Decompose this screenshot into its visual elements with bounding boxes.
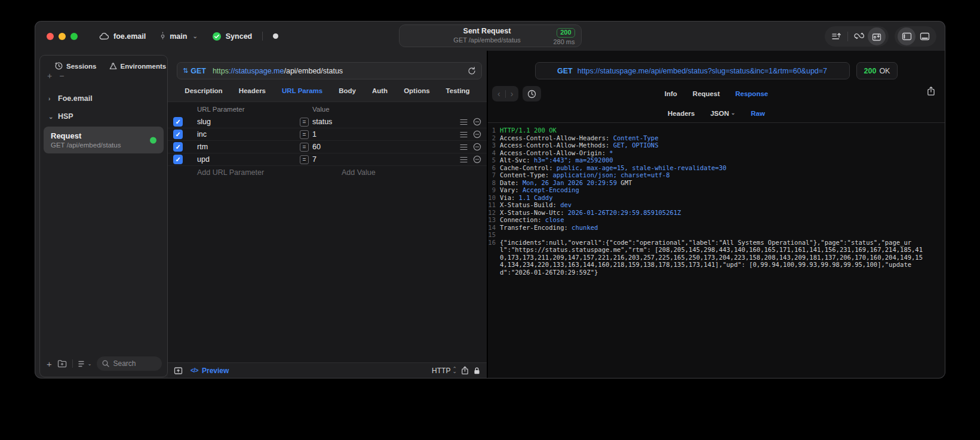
param-name[interactable]: upd <box>197 155 300 164</box>
line-number: 15 <box>488 231 500 239</box>
tab-info[interactable]: Info <box>665 90 677 97</box>
tab-headers[interactable]: Headers <box>668 110 695 117</box>
response-line: 13Connection: close <box>488 216 945 224</box>
tab-url-params[interactable]: URL Params <box>282 87 322 94</box>
list-up-icon[interactable] <box>828 27 846 45</box>
param-checkbox[interactable]: ✓ <box>173 155 183 164</box>
new-folder-icon[interactable] <box>57 359 67 368</box>
line-number: 14 <box>488 224 500 232</box>
minimize-window-button[interactable] <box>59 33 66 40</box>
line-number: 13 <box>488 216 500 224</box>
line-number: 1 <box>488 127 500 134</box>
url-input[interactable]: ⇅ GET https://statuspage.me/api/embed/st… <box>177 62 482 79</box>
remove-param-icon[interactable] <box>473 155 481 164</box>
remove-param-icon[interactable] <box>473 118 481 126</box>
protocol-label: HTTP <box>432 367 450 375</box>
line-content: Access-Control-Allow-Headers: Content-Ty… <box>500 134 945 142</box>
param-row-upd[interactable]: ✓upd=7 <box>168 153 487 166</box>
param-name[interactable]: inc <box>197 130 300 139</box>
tab-response[interactable]: Response <box>735 90 768 97</box>
new-request-button[interactable]: + <box>47 359 52 368</box>
drag-handle-icon[interactable] <box>460 144 468 150</box>
param-name[interactable]: rtm <box>197 143 300 151</box>
remove-param-icon[interactable] <box>473 130 481 139</box>
line-number: 11 <box>488 201 500 209</box>
request-summary-pill[interactable]: Sent Request GET /api/embed/status 200 2… <box>399 24 582 47</box>
sidebar-left-icon[interactable] <box>898 27 916 45</box>
tab-request[interactable]: Request <box>693 90 720 97</box>
drag-handle-icon[interactable] <box>460 119 468 125</box>
editor-toggle-icon[interactable] <box>174 367 183 375</box>
tab-headers[interactable]: Headers <box>239 87 266 94</box>
merge-arrows-icon[interactable] <box>850 27 868 45</box>
back-icon[interactable]: ‹ <box>497 89 500 99</box>
resend-icon[interactable] <box>468 66 476 75</box>
share-icon[interactable] <box>461 366 469 375</box>
chevron-down-icon[interactable]: ⌄ <box>192 33 197 39</box>
import-response-icon[interactable] <box>868 27 886 45</box>
param-row-slug[interactable]: ✓slug=status <box>168 116 487 128</box>
param-checkbox[interactable]: ✓ <box>173 130 183 139</box>
param-checkbox[interactable]: ✓ <box>173 117 183 127</box>
line-number: 3 <box>488 141 500 149</box>
chevron-down-icon[interactable]: ⌄ <box>48 113 53 120</box>
tab-options[interactable]: Options <box>404 87 429 94</box>
drag-handle-icon[interactable] <box>460 131 468 138</box>
param-row-rtm[interactable]: ✓rtm=60 <box>168 141 487 153</box>
traffic-lights <box>47 33 78 40</box>
forward-icon[interactable]: › <box>511 89 514 99</box>
param-name[interactable]: slug <box>197 118 300 126</box>
tab-auth[interactable]: Auth <box>372 87 388 94</box>
tree-group-hsp[interactable]: ⌄ HSP <box>40 107 167 125</box>
add-param-row[interactable]: Add URL Parameter Add Value <box>168 166 487 179</box>
sent-request-url[interactable]: GET https://statuspage.me/api/embed/stat… <box>535 62 850 79</box>
param-checkbox[interactable]: ✓ <box>173 142 183 152</box>
preview-button[interactable]: </> Preview <box>191 367 229 375</box>
line-number: 4 <box>488 149 500 157</box>
remove-param-icon[interactable] <box>473 143 481 151</box>
tree-group-foe-email[interactable]: › Foe.email <box>40 90 167 107</box>
chevron-right-icon[interactable]: › <box>48 96 53 102</box>
tab-raw[interactable]: Raw <box>751 110 765 117</box>
search-input[interactable]: Search <box>97 356 162 371</box>
method-select[interactable]: GET <box>191 67 206 75</box>
tab-body[interactable]: Body <box>339 87 356 94</box>
line-content: Connection: close <box>500 216 945 224</box>
environments-icon <box>109 62 117 70</box>
zoom-window-button[interactable] <box>70 33 78 40</box>
bottom-panel-icon[interactable] <box>916 27 933 45</box>
protocol-select[interactable]: HTTP ⌃⌄ <box>432 367 457 375</box>
tab-description[interactable]: Description <box>185 87 222 94</box>
project-name[interactable]: foe.email <box>113 32 146 41</box>
param-value[interactable]: 1 <box>312 130 460 139</box>
export-response-icon[interactable] <box>927 86 935 96</box>
line-content: X-Status-Now-Utc: 2026-01-26T20:29:59.85… <box>500 209 945 217</box>
remove-button[interactable]: − <box>59 72 64 80</box>
tab-json[interactable]: JSON⌄ <box>710 110 735 117</box>
branch-name[interactable]: main <box>170 32 187 41</box>
method-updown-icon[interactable]: ⇅ <box>183 67 188 75</box>
param-value[interactable]: status <box>312 118 460 126</box>
clock-icon <box>55 62 63 70</box>
param-value[interactable]: 7 <box>312 155 460 164</box>
sidebar-tab-sessions[interactable]: Sessions <box>55 62 97 70</box>
response-line: 11X-Status-Build: dev <box>488 201 945 209</box>
response-line: 10Via: 1.1 Caddy <box>488 194 945 202</box>
param-row-inc[interactable]: ✓inc=1 <box>168 128 487 141</box>
response-body[interactable]: 1HTTP/1.1 200 OK2Access-Control-Allow-He… <box>488 122 945 378</box>
cloud-icon <box>99 32 109 40</box>
lock-icon[interactable] <box>473 367 481 375</box>
tab-testing[interactable]: Testing <box>446 87 470 94</box>
add-button[interactable]: + <box>47 72 52 80</box>
sidebar-tab-environments[interactable]: Environments <box>109 62 167 70</box>
list-style-icon[interactable]: ⌄ <box>78 361 92 367</box>
equals-icon: = <box>300 143 309 152</box>
add-param-name-placeholder[interactable]: Add URL Parameter <box>197 168 329 177</box>
add-param-value-placeholder[interactable]: Add Value <box>329 168 376 177</box>
history-clock-button[interactable] <box>523 86 541 101</box>
param-value[interactable]: 60 <box>312 143 460 151</box>
request-list-item-selected[interactable]: Request GET /api/embed/status <box>44 127 164 153</box>
close-window-button[interactable] <box>47 33 54 40</box>
params-rows: ✓slug=status✓inc=1✓rtm=60✓upd=7 <box>168 116 487 166</box>
drag-handle-icon[interactable] <box>460 156 468 163</box>
